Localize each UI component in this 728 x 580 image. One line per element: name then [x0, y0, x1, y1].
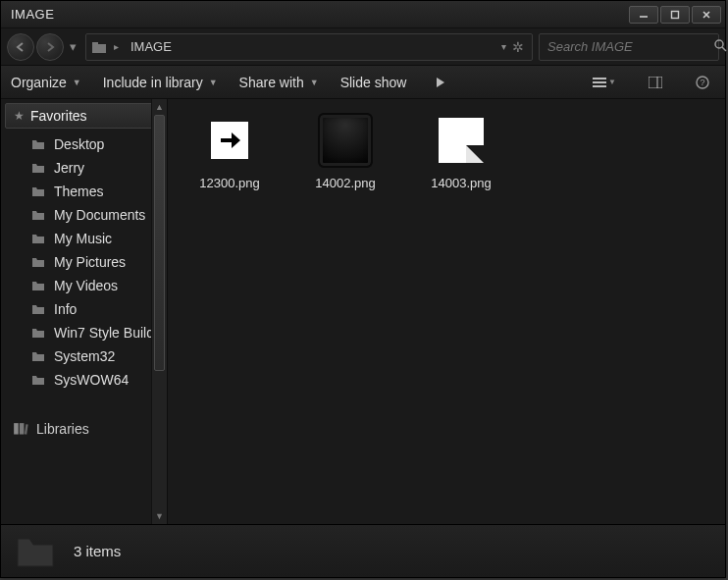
- folder-icon: [30, 137, 46, 151]
- details-pane: 3 items: [1, 524, 725, 577]
- body: ★ Favorites DesktopJerryThemesMy Documen…: [1, 99, 725, 524]
- forward-button[interactable]: [36, 33, 64, 61]
- svg-rect-16: [20, 423, 25, 434]
- folder-icon: [30, 326, 46, 340]
- maximize-button[interactable]: [660, 6, 690, 24]
- sidebar-item-my-pictures[interactable]: My Pictures: [9, 250, 167, 274]
- sidebar-item-label: My Music: [54, 231, 112, 246]
- status-summary: 3 items: [74, 543, 121, 559]
- folder-icon: [30, 349, 46, 363]
- chevron-right-icon: ▸: [114, 41, 119, 52]
- thumbnail-arrow-icon: [211, 122, 248, 159]
- sidebar-item-themes[interactable]: Themes: [9, 180, 167, 203]
- navigation-pane: ★ Favorites DesktopJerryThemesMy Documen…: [1, 99, 168, 524]
- sidebar-item-label: Win7 Style Builder: [54, 325, 166, 341]
- sidebar-item-desktop[interactable]: Desktop: [9, 132, 167, 156]
- libraries-header[interactable]: Libraries: [1, 417, 167, 441]
- sidebar-scrollbar[interactable]: ▲ ▼: [151, 99, 167, 524]
- svg-rect-10: [593, 85, 606, 87]
- folder-icon: [30, 373, 46, 387]
- svg-rect-9: [593, 81, 606, 83]
- search-icon[interactable]: [713, 38, 727, 55]
- sidebar-item-my-music[interactable]: My Music: [9, 227, 167, 250]
- sidebar-item-system32[interactable]: System32: [9, 344, 167, 368]
- file-item[interactable]: 14002.png: [301, 113, 390, 190]
- sidebar-item-label: My Pictures: [54, 254, 126, 270]
- window-buttons: [627, 6, 721, 24]
- back-button[interactable]: [7, 33, 34, 61]
- svg-rect-4: [92, 44, 106, 53]
- thumbnail-paper-icon: [439, 118, 484, 163]
- scroll-thumb[interactable]: [154, 115, 165, 371]
- location-icon: [90, 41, 108, 53]
- svg-rect-5: [92, 42, 98, 45]
- scroll-down-arrow[interactable]: ▼: [152, 508, 167, 524]
- search-input[interactable]: [547, 39, 713, 54]
- svg-text:?: ?: [700, 78, 704, 87]
- sidebar-item-label: SysWOW64: [54, 372, 129, 388]
- title-bar[interactable]: IMAGE: [1, 1, 725, 28]
- favorites-header[interactable]: ★ Favorites: [5, 103, 163, 129]
- sidebar-item-label: Desktop: [54, 136, 104, 152]
- refresh-icon[interactable]: ✲: [512, 39, 524, 55]
- include-in-library-menu[interactable]: Include in library▼: [103, 75, 218, 90]
- share-with-menu[interactable]: Share with▼: [239, 75, 319, 90]
- sidebar-item-label: Themes: [54, 184, 104, 199]
- sidebar-item-label: Jerry: [54, 160, 84, 176]
- file-list-pane[interactable]: 12300.png14002.png14003.png: [168, 99, 725, 524]
- history-dropdown[interactable]: ▾: [66, 33, 79, 61]
- folder-icon: [30, 255, 46, 269]
- window-title: IMAGE: [11, 7, 627, 22]
- folder-icon: [30, 185, 46, 198]
- search-box[interactable]: [539, 33, 719, 61]
- minimize-button[interactable]: [629, 6, 658, 24]
- favorites-list: DesktopJerryThemesMy DocumentsMy MusicMy…: [1, 131, 167, 399]
- folder-icon: [30, 279, 46, 292]
- sidebar-item-info[interactable]: Info: [9, 297, 167, 321]
- sidebar-item-syswow64[interactable]: SysWOW64: [9, 368, 167, 392]
- folder-icon: [30, 302, 46, 316]
- file-item[interactable]: 14003.png: [417, 113, 505, 190]
- thumbnail-frame-icon: [318, 113, 373, 168]
- folder-icon: [30, 208, 46, 222]
- sidebar-item-my-videos[interactable]: My Videos: [9, 274, 167, 297]
- svg-rect-11: [649, 77, 662, 88]
- organize-menu[interactable]: Organize▼: [11, 75, 81, 90]
- sidebar-item-label: Info: [54, 301, 77, 317]
- star-icon: ★: [14, 109, 25, 123]
- libraries-icon: [13, 422, 28, 436]
- breadcrumb-folder[interactable]: IMAGE: [130, 39, 172, 54]
- file-name: 14003.png: [431, 176, 491, 190]
- preview-pane-button[interactable]: [643, 72, 668, 93]
- command-bar: Organize▼ Include in library▼ Share with…: [1, 66, 725, 99]
- close-button[interactable]: [692, 6, 721, 24]
- address-bar[interactable]: ▸ IMAGE ▾ ✲: [85, 33, 533, 61]
- slideshow-button[interactable]: Slide show: [340, 75, 407, 90]
- view-options-button[interactable]: ▼: [588, 72, 621, 93]
- file-name: 12300.png: [199, 176, 259, 190]
- help-button[interactable]: ?: [690, 72, 715, 93]
- svg-rect-15: [14, 423, 19, 434]
- sidebar-item-label: My Videos: [54, 278, 118, 293]
- svg-line-7: [722, 47, 726, 51]
- sidebar-item-my-documents[interactable]: My Documents: [9, 203, 167, 227]
- play-button[interactable]: [428, 72, 453, 93]
- file-item[interactable]: 12300.png: [185, 113, 274, 190]
- folder-icon: [30, 232, 46, 245]
- sidebar-item-label: System32: [54, 348, 115, 364]
- scroll-up-arrow[interactable]: ▲: [152, 99, 167, 115]
- sidebar-item-win7-style-builder[interactable]: Win7 Style Builder: [9, 321, 167, 344]
- svg-rect-8: [593, 78, 606, 79]
- svg-rect-17: [25, 424, 28, 434]
- folder-icon: [15, 534, 56, 569]
- sidebar-item-jerry[interactable]: Jerry: [9, 156, 167, 180]
- file-name: 14002.png: [315, 176, 375, 190]
- explorer-window: IMAGE ▾ ▸: [0, 0, 726, 578]
- svg-point-6: [715, 40, 723, 48]
- svg-rect-1: [672, 11, 679, 18]
- folder-icon: [30, 161, 46, 175]
- sidebar-item-label: My Documents: [54, 207, 145, 223]
- chevron-down-icon[interactable]: ▾: [501, 41, 506, 52]
- navigation-bar: ▾ ▸ IMAGE ▾ ✲: [1, 28, 725, 66]
